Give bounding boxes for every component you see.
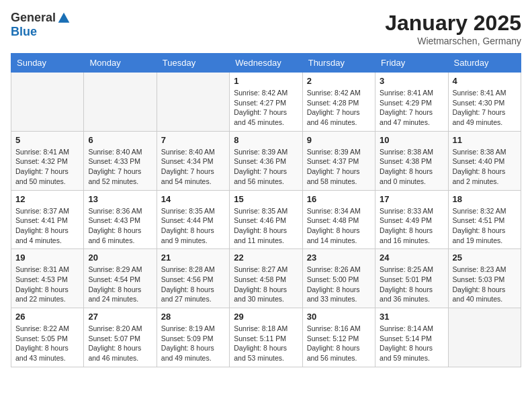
day-info: Sunrise: 8:16 AM Sunset: 5:12 PM Dayligh… <box>307 324 371 363</box>
calendar-cell: 12Sunrise: 8:37 AM Sunset: 4:41 PM Dayli… <box>11 190 84 249</box>
day-number: 28 <box>161 312 225 322</box>
day-header-monday: Monday <box>84 54 157 73</box>
calendar-cell: 13Sunrise: 8:36 AM Sunset: 4:43 PM Dayli… <box>84 190 157 249</box>
day-info: Sunrise: 8:35 AM Sunset: 4:46 PM Dayligh… <box>234 206 298 246</box>
week-row-4: 19Sunrise: 8:31 AM Sunset: 4:53 PM Dayli… <box>11 249 521 308</box>
calendar-cell: 31Sunrise: 8:14 AM Sunset: 5:14 PM Dayli… <box>375 308 448 367</box>
calendar-cell <box>11 73 84 132</box>
day-info: Sunrise: 8:23 AM Sunset: 5:03 PM Dayligh… <box>453 265 517 304</box>
day-number: 31 <box>380 312 443 322</box>
day-info: Sunrise: 8:26 AM Sunset: 5:00 PM Dayligh… <box>307 265 371 304</box>
day-info: Sunrise: 8:31 AM Sunset: 4:53 PM Dayligh… <box>15 265 79 304</box>
calendar-cell: 7Sunrise: 8:40 AM Sunset: 4:34 PM Daylig… <box>157 131 229 190</box>
calendar-cell: 25Sunrise: 8:23 AM Sunset: 5:03 PM Dayli… <box>448 249 521 308</box>
svg-marker-0 <box>58 12 70 22</box>
day-number: 2 <box>307 76 371 86</box>
day-info: Sunrise: 8:29 AM Sunset: 4:54 PM Dayligh… <box>88 265 152 304</box>
day-header-friday: Friday <box>375 54 448 73</box>
day-number: 14 <box>161 194 225 204</box>
day-info: Sunrise: 8:42 AM Sunset: 4:28 PM Dayligh… <box>307 88 371 128</box>
day-info: Sunrise: 8:25 AM Sunset: 5:01 PM Dayligh… <box>380 265 443 304</box>
logo-blue-text: Blue <box>11 25 37 39</box>
calendar-cell <box>157 73 229 132</box>
day-number: 21 <box>161 253 225 263</box>
day-number: 16 <box>307 194 371 204</box>
calendar-cell: 26Sunrise: 8:22 AM Sunset: 5:05 PM Dayli… <box>11 308 84 367</box>
location: Wietmarschen, Germany <box>385 36 521 46</box>
week-row-2: 5Sunrise: 8:41 AM Sunset: 4:32 PM Daylig… <box>11 131 521 190</box>
calendar-cell: 14Sunrise: 8:35 AM Sunset: 4:44 PM Dayli… <box>157 190 229 249</box>
week-row-1: 1Sunrise: 8:42 AM Sunset: 4:27 PM Daylig… <box>11 73 521 132</box>
calendar-cell: 23Sunrise: 8:26 AM Sunset: 5:00 PM Dayli… <box>302 249 375 308</box>
calendar-table: SundayMondayTuesdayWednesdayThursdayFrid… <box>11 53 521 367</box>
day-number: 1 <box>234 76 298 86</box>
day-info: Sunrise: 8:35 AM Sunset: 4:44 PM Dayligh… <box>161 206 225 246</box>
day-number: 3 <box>380 76 443 86</box>
day-number: 15 <box>234 194 298 204</box>
day-info: Sunrise: 8:34 AM Sunset: 4:48 PM Dayligh… <box>307 206 371 246</box>
day-info: Sunrise: 8:37 AM Sunset: 4:41 PM Dayligh… <box>15 206 79 246</box>
calendar-cell: 16Sunrise: 8:34 AM Sunset: 4:48 PM Dayli… <box>302 190 375 249</box>
calendar-cell: 24Sunrise: 8:25 AM Sunset: 5:01 PM Dayli… <box>375 249 448 308</box>
day-number: 26 <box>15 312 79 322</box>
calendar-cell: 21Sunrise: 8:28 AM Sunset: 4:56 PM Dayli… <box>157 249 229 308</box>
day-header-thursday: Thursday <box>302 54 375 73</box>
day-number: 19 <box>15 253 79 263</box>
day-number: 10 <box>380 135 443 145</box>
calendar-cell: 15Sunrise: 8:35 AM Sunset: 4:46 PM Dayli… <box>230 190 302 249</box>
logo-general-text: General <box>11 11 56 25</box>
calendar-cell: 28Sunrise: 8:19 AM Sunset: 5:09 PM Dayli… <box>157 308 229 367</box>
day-number: 8 <box>234 135 298 145</box>
day-number: 30 <box>307 312 371 322</box>
calendar-cell: 11Sunrise: 8:38 AM Sunset: 4:40 PM Dayli… <box>448 131 521 190</box>
day-number: 13 <box>88 194 152 204</box>
day-number: 27 <box>88 312 152 322</box>
calendar-cell: 29Sunrise: 8:18 AM Sunset: 5:11 PM Dayli… <box>230 308 302 367</box>
day-info: Sunrise: 8:41 AM Sunset: 4:32 PM Dayligh… <box>15 147 79 187</box>
month-title: January 2025 <box>385 11 521 36</box>
day-info: Sunrise: 8:33 AM Sunset: 4:49 PM Dayligh… <box>380 206 443 246</box>
day-info: Sunrise: 8:38 AM Sunset: 4:38 PM Dayligh… <box>380 147 443 187</box>
day-number: 6 <box>88 135 152 145</box>
week-row-3: 12Sunrise: 8:37 AM Sunset: 4:41 PM Dayli… <box>11 190 521 249</box>
day-info: Sunrise: 8:27 AM Sunset: 4:58 PM Dayligh… <box>234 265 298 304</box>
day-info: Sunrise: 8:14 AM Sunset: 5:14 PM Dayligh… <box>380 324 443 363</box>
day-header-saturday: Saturday <box>448 54 521 73</box>
calendar-cell: 19Sunrise: 8:31 AM Sunset: 4:53 PM Dayli… <box>11 249 84 308</box>
day-info: Sunrise: 8:32 AM Sunset: 4:51 PM Dayligh… <box>453 206 517 246</box>
day-number: 17 <box>380 194 443 204</box>
day-info: Sunrise: 8:38 AM Sunset: 4:40 PM Dayligh… <box>453 147 517 187</box>
calendar-cell: 10Sunrise: 8:38 AM Sunset: 4:38 PM Dayli… <box>375 131 448 190</box>
day-info: Sunrise: 8:42 AM Sunset: 4:27 PM Dayligh… <box>234 88 298 128</box>
day-number: 20 <box>88 253 152 263</box>
day-header-sunday: Sunday <box>11 54 84 73</box>
logo-icon <box>57 11 71 25</box>
day-number: 7 <box>161 135 225 145</box>
day-number: 9 <box>307 135 371 145</box>
day-info: Sunrise: 8:39 AM Sunset: 4:36 PM Dayligh… <box>234 147 298 187</box>
day-info: Sunrise: 8:36 AM Sunset: 4:43 PM Dayligh… <box>88 206 152 246</box>
calendar-cell <box>448 308 521 367</box>
day-info: Sunrise: 8:20 AM Sunset: 5:07 PM Dayligh… <box>88 324 152 363</box>
day-info: Sunrise: 8:40 AM Sunset: 4:33 PM Dayligh… <box>88 147 152 187</box>
calendar-cell: 4Sunrise: 8:41 AM Sunset: 4:30 PM Daylig… <box>448 73 521 132</box>
day-header-wednesday: Wednesday <box>230 54 302 73</box>
calendar-cell: 30Sunrise: 8:16 AM Sunset: 5:12 PM Dayli… <box>302 308 375 367</box>
day-number: 4 <box>453 76 517 86</box>
calendar-cell: 2Sunrise: 8:42 AM Sunset: 4:28 PM Daylig… <box>302 73 375 132</box>
day-info: Sunrise: 8:28 AM Sunset: 4:56 PM Dayligh… <box>161 265 225 304</box>
day-number: 25 <box>453 253 517 263</box>
calendar-cell: 20Sunrise: 8:29 AM Sunset: 4:54 PM Dayli… <box>84 249 157 308</box>
day-info: Sunrise: 8:39 AM Sunset: 4:37 PM Dayligh… <box>307 147 371 187</box>
day-number: 11 <box>453 135 517 145</box>
day-number: 29 <box>234 312 298 322</box>
calendar-cell: 22Sunrise: 8:27 AM Sunset: 4:58 PM Dayli… <box>230 249 302 308</box>
day-info: Sunrise: 8:18 AM Sunset: 5:11 PM Dayligh… <box>234 324 298 363</box>
day-info: Sunrise: 8:22 AM Sunset: 5:05 PM Dayligh… <box>15 324 79 363</box>
day-info: Sunrise: 8:40 AM Sunset: 4:34 PM Dayligh… <box>161 147 225 187</box>
calendar-cell: 8Sunrise: 8:39 AM Sunset: 4:36 PM Daylig… <box>230 131 302 190</box>
day-number: 23 <box>307 253 371 263</box>
day-info: Sunrise: 8:19 AM Sunset: 5:09 PM Dayligh… <box>161 324 225 363</box>
calendar-cell: 27Sunrise: 8:20 AM Sunset: 5:07 PM Dayli… <box>84 308 157 367</box>
page-header: General Blue January 2025 Wietmarschen, … <box>11 11 521 46</box>
